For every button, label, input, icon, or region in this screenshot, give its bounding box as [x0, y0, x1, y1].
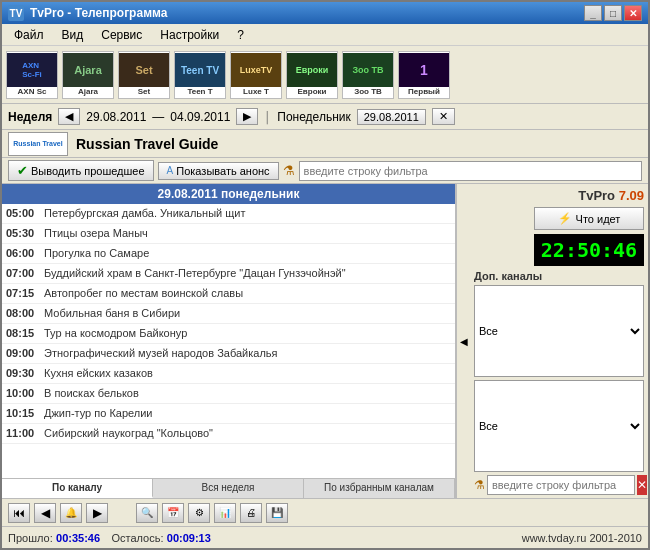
channel-banner: Russian Travel Russian Travel Guide PORT…	[2, 130, 648, 158]
current-date-btn[interactable]: 29.08.2011	[357, 109, 426, 125]
program-item[interactable]: 11:00 Сибирский наукоград "Кольцово"	[2, 424, 455, 444]
status-website: www.tvday.ru 2001-2010	[522, 532, 642, 544]
transport-prev[interactable]: ◀	[34, 503, 56, 523]
program-item[interactable]: 08:00 Мобильная баня в Сибири	[2, 304, 455, 324]
status-elapsed: Прошло: 00:35:46 Осталось: 00:09:13	[8, 531, 211, 545]
channel-filter-row: ⚗ ✕ ↺	[474, 475, 644, 495]
tvpro-label: TvPro 7.09	[578, 188, 644, 203]
date-prev-button[interactable]: ◀	[58, 108, 80, 125]
right-panel: TvPro 7.09 ⚡ Что идет 22:50:46 Доп. кана…	[470, 184, 648, 498]
show-past-button[interactable]: ✔ Выводить прошедшее	[8, 160, 154, 181]
filter-clear-button[interactable]: ✕	[637, 475, 647, 495]
channel-filter-select-2[interactable]: Все	[474, 380, 644, 472]
date-start: 29.08.2011	[86, 110, 146, 124]
maximize-button[interactable]: □	[604, 5, 622, 21]
program-item[interactable]: 10:00 В поисках бельков	[2, 384, 455, 404]
anons-icon: A	[167, 165, 174, 176]
dop-label: Доп. каналы	[474, 270, 644, 282]
program-item[interactable]: 06:00 Прогулка по Самаре	[2, 244, 455, 264]
menu-settings[interactable]: Настройки	[152, 26, 227, 44]
channel-logo-evroki[interactable]: Евроки Евроки	[286, 51, 338, 99]
title-bar-controls: _ □ ✕	[584, 5, 642, 21]
day-name: Понедельник	[277, 110, 350, 124]
program-item[interactable]: 09:00 Этнографический музей народов Заба…	[2, 344, 455, 364]
window-title: TvPro - Телепрограмма	[30, 6, 167, 20]
channels-bar: AXNSc-Fi AXN Sc Ajara Ajara Set Set Teen…	[2, 46, 648, 104]
fire-icon: ⚡	[558, 212, 572, 225]
program-item[interactable]: 09:30 Кухня ейских казаков	[2, 364, 455, 384]
title-bar-left: TV TvPro - Телепрограмма	[8, 5, 167, 21]
transport-icon5[interactable]: 🖨	[240, 503, 262, 523]
day-label-week: │	[264, 111, 271, 123]
title-bar: TV TvPro - Телепрограмма _ □ ✕	[2, 2, 648, 24]
channel-logo-perviy[interactable]: 1 Первый	[398, 51, 450, 99]
menu-bar: Файл Вид Сервис Настройки ?	[2, 24, 648, 46]
tvpro-info: TvPro 7.09 ⚡ Что идет 22:50:46	[474, 188, 644, 266]
arrow-left-icon: ◀	[460, 336, 468, 347]
main-window: TV TvPro - Телепрограмма _ □ ✕ Файл Вид …	[0, 0, 650, 550]
channel-logo-axn[interactable]: AXNSc-Fi AXN Sc	[6, 51, 58, 99]
tab-full-week[interactable]: Вся неделя	[153, 479, 304, 498]
program-item[interactable]: 05:00 Петербургская дамба. Уникальный щи…	[2, 204, 455, 224]
program-list[interactable]: 05:00 Петербургская дамба. Уникальный щи…	[2, 204, 455, 478]
channel-icon[interactable]: Russian Travel	[8, 132, 68, 156]
date-next-button[interactable]: ▶	[236, 108, 258, 125]
transport-icon3[interactable]: ⚙	[188, 503, 210, 523]
filter-icon: ⚗	[283, 163, 295, 178]
minimize-button[interactable]: _	[584, 5, 602, 21]
close-button[interactable]: ✕	[624, 5, 642, 21]
program-panel: 29.08.2011 понедельник 05:00 Петербургск…	[2, 184, 456, 498]
right-channels: Доп. каналы Все Все ⚗ ✕ ↺ Скрыть пустые …	[474, 270, 644, 498]
channel-logo-teen[interactable]: Teen TV Teen T	[174, 51, 226, 99]
menu-view[interactable]: Вид	[54, 26, 92, 44]
channel-logo-zoo[interactable]: Зоо ТВ Зоо ТВ	[342, 51, 394, 99]
date-end: 04.09.2011	[170, 110, 230, 124]
main-content: 29.08.2011 понедельник 05:00 Петербургск…	[2, 184, 648, 498]
filter-input[interactable]	[299, 161, 642, 181]
channel-filter-select-1[interactable]: Все	[474, 285, 644, 377]
program-list-header: 29.08.2011 понедельник	[2, 184, 455, 204]
channel-logo-luxe[interactable]: LuxeTV Luxe T	[230, 51, 282, 99]
checkmark-icon: ✔	[17, 163, 28, 178]
tab-favorites[interactable]: По избранным каналам	[304, 479, 455, 498]
transport-next[interactable]: ▶	[86, 503, 108, 523]
channel-logo-ajara[interactable]: Ajara Ajara	[62, 51, 114, 99]
transport-bar: ⏮ ◀ 🔔 ▶ 🔍 📅 ⚙ 📊 🖨 💾	[2, 498, 648, 526]
menu-service[interactable]: Сервис	[93, 26, 150, 44]
channel-title: Russian Travel Guide	[76, 136, 218, 152]
filter-funnel-icon: ⚗	[474, 478, 485, 492]
program-item[interactable]: 07:15 Автопробег по местам воинской слав…	[2, 284, 455, 304]
transport-icon2[interactable]: 📅	[162, 503, 184, 523]
program-item[interactable]: 05:30 Птицы озера Маныч	[2, 224, 455, 244]
menu-help[interactable]: ?	[229, 26, 252, 44]
program-item[interactable]: 07:00 Буддийский храм в Санкт-Петербурге…	[2, 264, 455, 284]
program-tabs: По каналу Вся неделя По избранным канала…	[2, 478, 455, 498]
status-bar: Прошло: 00:35:46 Осталось: 00:09:13 www.…	[2, 526, 648, 548]
channel-logo-set[interactable]: Set Set	[118, 51, 170, 99]
close-date-btn[interactable]: ✕	[432, 108, 455, 125]
show-anons-button[interactable]: A Показывать анонс	[158, 162, 279, 180]
transport-play[interactable]: 🔔	[60, 503, 82, 523]
week-label: Неделя	[8, 110, 52, 124]
date-separator: —	[152, 110, 164, 124]
panel-collapse-button[interactable]: ◀	[456, 184, 470, 498]
tvpro-version: 7.09	[619, 188, 644, 203]
transport-icon1[interactable]: 🔍	[136, 503, 158, 523]
program-item[interactable]: 08:15 Тур на космодром Байконур	[2, 324, 455, 344]
program-item[interactable]: 10:15 Джип-тур по Карелии	[2, 404, 455, 424]
current-time-display: 22:50:46	[534, 234, 644, 266]
app-icon: TV	[8, 5, 24, 21]
controls-bar: ✔ Выводить прошедшее A Показывать анонс …	[2, 158, 648, 184]
channel-filter-input[interactable]	[487, 475, 635, 495]
date-nav-bar: Неделя ◀ 29.08.2011 — 04.09.2011 ▶ │ Пон…	[2, 104, 648, 130]
menu-file[interactable]: Файл	[6, 26, 52, 44]
tab-by-channel[interactable]: По каналу	[2, 479, 153, 498]
transport-icon4[interactable]: 📊	[214, 503, 236, 523]
transport-prev-prev[interactable]: ⏮	[8, 503, 30, 523]
transport-icon6[interactable]: 💾	[266, 503, 288, 523]
whatson-button[interactable]: ⚡ Что идет	[534, 207, 644, 230]
